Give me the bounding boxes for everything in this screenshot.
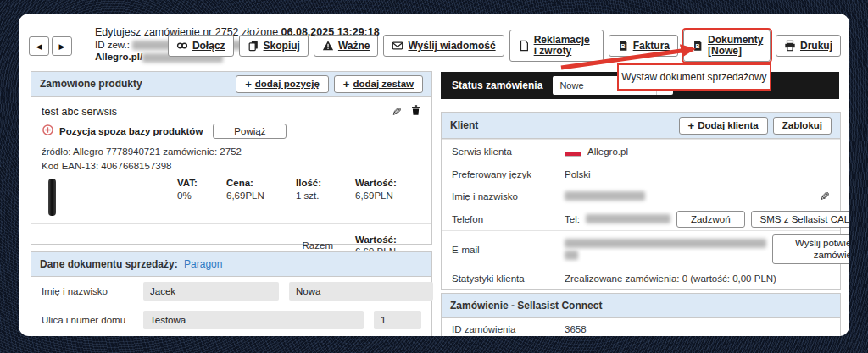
svg-text:B: B bbox=[695, 43, 699, 49]
sms-button[interactable]: SMS z Sellasist CALL bbox=[751, 211, 849, 228]
screenshot-frame: ◀ ▶ Edytujesz zamówienie nr 2752 złożone… bbox=[0, 0, 868, 353]
redacted-email bbox=[565, 239, 766, 260]
plus-icon: + bbox=[245, 79, 252, 90]
qty-value: 1 szt. bbox=[296, 190, 355, 201]
price-label: Cena: bbox=[226, 178, 296, 188]
svg-text:B: B bbox=[620, 43, 625, 49]
ordered-products-panel: Zamówione produkty + dodaj pozycję + dod… bbox=[31, 71, 432, 245]
client-phone-row: Telefon Tel: Zadzwoń SMS z Sellasist CAL… bbox=[442, 207, 840, 230]
prev-order-button[interactable]: ◀ bbox=[29, 36, 49, 56]
mark-important-button[interactable]: Ważne bbox=[314, 35, 379, 57]
product-columns: VAT: Cena: Ilość: Wartość: 0% 6,69PLN 1 … bbox=[177, 178, 421, 201]
name-form-row: Imię i nazwisko bbox=[31, 277, 431, 306]
block-client-button[interactable]: Zablokuj bbox=[773, 117, 832, 135]
product-thumbnail bbox=[42, 178, 62, 217]
client-service-row: Serwis klienta Allegro.pl bbox=[442, 139, 840, 163]
document-icon bbox=[518, 40, 530, 52]
envelope-icon bbox=[392, 40, 403, 52]
warning-icon bbox=[322, 40, 334, 52]
client-stats-value: Zrealizowane zamówienia: 0 (wartość: 0,0… bbox=[565, 273, 776, 284]
documents-icon: B bbox=[692, 40, 704, 52]
product-detail-row: VAT: Cena: Ilość: Wartość: 0% 6,69PLN 1 … bbox=[31, 174, 431, 224]
document-type-link[interactable]: Paragon bbox=[184, 258, 222, 270]
toolbar: Dołącz Skopiuj Ważne Wyślij wiadomość bbox=[168, 30, 841, 62]
edit-product-icon[interactable]: ✎ bbox=[392, 106, 402, 118]
link-product-button[interactable]: Powiąż bbox=[213, 124, 287, 139]
add-set-button[interactable]: + dodaj zestaw bbox=[334, 75, 423, 93]
vat-label: VAT: bbox=[177, 178, 226, 188]
order-id-row: ID zamówienia 3658 bbox=[442, 318, 840, 336]
print-button[interactable]: Drukuj bbox=[776, 35, 841, 57]
copy-icon bbox=[248, 40, 259, 52]
add-client-button[interactable]: + Dodaj klienta bbox=[679, 117, 768, 135]
send-order-confirmation-button[interactable]: Wyślij potwierdzenie zamówienia bbox=[772, 234, 849, 265]
edit-client-name-icon[interactable]: ✎ bbox=[820, 190, 830, 202]
add-position-button[interactable]: + dodaj pozycję bbox=[236, 75, 329, 93]
vat-value: 0% bbox=[177, 190, 226, 201]
sales-document-title-row: Dane dokumentu sprzedaży: Paragon bbox=[40, 258, 222, 270]
plus-icon: + bbox=[688, 120, 695, 131]
printer-icon bbox=[784, 40, 796, 52]
client-service-label: Serwis klienta bbox=[452, 146, 565, 157]
ordered-products-header: Zamówione produkty + dodaj pozycję + dod… bbox=[31, 72, 431, 97]
value-label: Wartość: bbox=[355, 178, 421, 188]
client-email-label: E-mail bbox=[452, 245, 565, 255]
street-row-label: Ulica i numer domu bbox=[42, 315, 143, 325]
client-panel: Klient + Dodaj klienta Zablokuj Serwis k… bbox=[441, 112, 841, 290]
name-row-label: Imię i nazwisko bbox=[42, 286, 143, 296]
product-source-lines: źródło: Allegro 7778940721 zamówienie: 2… bbox=[31, 141, 431, 174]
sellasist-connect-title: Zamówienie - Sellasist Connect bbox=[450, 300, 602, 312]
issue-sales-document-menu-item[interactable]: Wystaw dokument sprzedażowy bbox=[617, 63, 771, 91]
invoice-icon: B bbox=[617, 40, 629, 52]
product-row: test abc serwsis ✎ bbox=[31, 97, 431, 121]
invoice-button[interactable]: B Faktura bbox=[609, 35, 678, 57]
copy-order-button[interactable]: Skopiuj bbox=[239, 35, 309, 57]
client-title: Klient bbox=[450, 119, 478, 131]
first-name-input[interactable] bbox=[143, 282, 279, 301]
client-email-row: E-mail Wyślij potwierdzenie zamówienia ✎ bbox=[442, 230, 840, 268]
order-nav: ◀ ▶ bbox=[29, 36, 72, 56]
order-edit-window: ◀ ▶ Edytujesz zamówienie nr 2752 złożone… bbox=[19, 14, 849, 336]
sales-document-panel: Dane dokumentu sprzedaży: Paragon Imię i… bbox=[31, 251, 432, 336]
delete-product-icon[interactable] bbox=[410, 104, 421, 119]
redacted-client-name bbox=[565, 191, 645, 201]
product-ean-line: Kod EAN-13: 4067668157398 bbox=[42, 159, 421, 174]
last-name-input[interactable] bbox=[289, 282, 433, 301]
client-name-row: Imię i nazwisko ✎ bbox=[442, 185, 840, 207]
plus-icon: + bbox=[343, 79, 350, 90]
product-name: test abc serwsis bbox=[42, 106, 117, 118]
next-order-button[interactable]: ▶ bbox=[52, 36, 72, 56]
sales-document-header: Dane dokumentu sprzedaży: Paragon bbox=[31, 252, 431, 277]
client-language-value: Polski bbox=[565, 169, 591, 179]
ordered-products-title: Zamówione produkty bbox=[40, 78, 142, 90]
client-service-value: Allegro.pl bbox=[587, 146, 628, 157]
external-product-badge-row: Pozycja spoza bazy produktów Powiąż bbox=[31, 121, 431, 141]
client-header: Klient + Dodaj klienta Zablokuj bbox=[442, 113, 840, 139]
street-input[interactable] bbox=[143, 311, 364, 329]
client-stats-label: Statystyki klienta bbox=[452, 273, 565, 284]
attach-order-button[interactable]: Dołącz bbox=[168, 35, 234, 57]
order-id-label: ID zamówienia bbox=[452, 324, 565, 334]
sellasist-connect-header: Zamówienie - Sellasist Connect bbox=[442, 294, 840, 318]
order-status-label: Status zamówienia bbox=[452, 80, 542, 91]
product-source-line: źródło: Allegro 7778940721 zamówienie: 2… bbox=[42, 145, 421, 159]
qty-label: Ilość: bbox=[296, 178, 355, 188]
house-number-input[interactable] bbox=[374, 311, 421, 329]
client-language-label: Preferowany język bbox=[452, 169, 565, 179]
chevron-left-icon: ◀ bbox=[36, 42, 42, 51]
order-id-value: 3658 bbox=[565, 324, 587, 334]
client-phone-label: Telefon bbox=[452, 214, 565, 224]
documents-new-button[interactable]: B Dokumenty [Nowe] Wystaw dokument sprze… bbox=[683, 30, 771, 62]
complaints-returns-button[interactable]: Reklamacje i zwroty bbox=[509, 30, 604, 62]
client-name-label: Imię i nazwisko bbox=[452, 191, 565, 201]
poland-flag-icon bbox=[565, 146, 581, 157]
external-product-badge: Pozycja spoza bazy produktów bbox=[59, 126, 203, 136]
total-label: Razem bbox=[303, 240, 333, 251]
sales-document-title: Dane dokumentu sprzedaży: bbox=[40, 258, 178, 270]
call-button[interactable]: Zadzwoń bbox=[676, 211, 745, 228]
send-message-button[interactable]: Wyślij wiadomość bbox=[383, 35, 504, 57]
value-value: 6,69PLN bbox=[355, 190, 421, 201]
redacted-phone-number bbox=[586, 214, 670, 223]
phone-prefix: Tel: bbox=[565, 214, 580, 224]
client-stats-row: Statystyki klienta Zrealizowane zamówien… bbox=[442, 268, 840, 288]
